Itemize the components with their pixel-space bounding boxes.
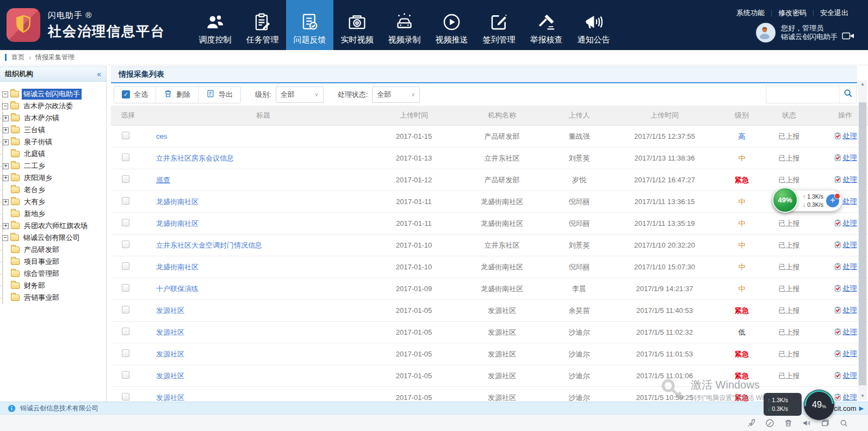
search-input[interactable] <box>766 85 839 103</box>
sidebar-collapse-icon[interactable]: « <box>97 70 101 78</box>
row-checkbox[interactable] <box>122 349 129 357</box>
breadcrumb-home[interactable]: 首页 <box>11 53 24 62</box>
search-icon[interactable] <box>839 418 848 428</box>
row-title-link[interactable]: 发源社区 <box>156 306 184 315</box>
tree-toggle-plus-icon[interactable]: + <box>3 175 9 181</box>
row-checkbox[interactable] <box>122 393 129 401</box>
row-action-link[interactable]: 处理 <box>834 175 857 184</box>
nav-item-举报核查[interactable]: 举报核查 <box>523 0 570 50</box>
row-action-link[interactable]: 处理 <box>834 131 857 141</box>
tree-toggle-plus-icon[interactable]: + <box>3 127 9 133</box>
row-checkbox[interactable] <box>122 328 129 335</box>
row-checkbox[interactable] <box>122 241 129 248</box>
row-checkbox[interactable] <box>122 153 129 161</box>
system-link-安全退出[interactable]: 安全退出 <box>814 8 855 18</box>
nav-item-问题反馈[interactable]: 问题反馈 <box>286 0 333 50</box>
scroll-up-icon[interactable]: ▲ <box>858 81 867 88</box>
row-checkbox[interactable] <box>122 306 129 313</box>
scrollbar-thumb[interactable] <box>859 102 866 385</box>
row-title-link[interactable]: 立井东社区房东会议信息 <box>156 154 234 162</box>
nav-item-任务管理[interactable]: 任务管理 <box>239 0 286 50</box>
tree-item-锦诚云创有限公司[interactable]: −锦诚云创有限公司 <box>3 232 105 244</box>
speed-percent-ball[interactable]: 49% <box>772 187 798 213</box>
row-action-link[interactable]: 处理 <box>834 392 857 402</box>
row-checkbox[interactable] <box>122 219 129 226</box>
row-checkbox[interactable] <box>122 371 129 379</box>
progress-ball[interactable]: 49 % <box>804 390 834 420</box>
row-action-link[interactable]: 处理 <box>834 153 857 163</box>
row-action-link[interactable]: 处理 <box>834 349 857 359</box>
speaker-icon[interactable] <box>802 418 811 428</box>
row-action-link[interactable]: 处理 <box>834 371 857 380</box>
tree-toggle-plus-icon[interactable]: + <box>3 115 9 121</box>
tree-item-泉子街镇[interactable]: +泉子街镇 <box>3 136 105 148</box>
row-title-link[interactable]: 龙盛街南社区 <box>156 219 199 227</box>
row-title-link[interactable]: 发源社区 <box>156 372 184 380</box>
nav-item-通知公告[interactable]: 通知公告 <box>570 0 617 50</box>
row-action-link[interactable]: 处理 <box>834 218 857 228</box>
search-button[interactable] <box>839 85 856 103</box>
nav-item-视频推送[interactable]: 视频推送 <box>428 0 475 50</box>
tree-toggle-minus-icon[interactable]: − <box>2 235 8 241</box>
row-checkbox[interactable] <box>122 262 129 270</box>
level-filter-select[interactable]: 全部 ∨ <box>276 87 324 103</box>
row-title-link[interactable]: 立井东社区大金空调封门情况信息 <box>156 241 262 249</box>
tree-toggle-plus-icon[interactable]: + <box>3 163 9 169</box>
tree-toggle-minus-icon[interactable]: − <box>2 91 8 97</box>
row-checkbox[interactable] <box>122 284 129 292</box>
row-checkbox[interactable] <box>122 175 129 183</box>
scroll-down-icon[interactable]: ▼ <box>858 392 867 400</box>
tree-toggle-plus-icon[interactable]: + <box>3 139 9 145</box>
tree-item-庆阳湖乡[interactable]: +庆阳湖乡 <box>3 172 105 184</box>
avatar[interactable] <box>756 23 776 42</box>
vertical-scrollbar[interactable]: ▲ ▼ <box>858 81 867 400</box>
row-action-link[interactable]: 处理 <box>834 327 857 337</box>
tree-item-吉木萨尔镇[interactable]: +吉木萨尔镇 <box>3 112 105 124</box>
nav-item-签到管理[interactable]: 签到管理 <box>475 0 523 50</box>
system-link-修改密码[interactable]: 修改密码 <box>772 8 813 18</box>
tree-toggle-plus-icon[interactable]: + <box>3 223 9 229</box>
row-title-link[interactable]: 龙盛街南社区 <box>156 263 199 271</box>
tree-item-三台镇[interactable]: +三台镇 <box>3 124 105 136</box>
row-title-link[interactable]: 发源社区 <box>156 328 184 336</box>
row-title-link[interactable]: 巡查 <box>156 176 170 184</box>
row-checkbox[interactable] <box>122 132 129 139</box>
site-link[interactable]: cit.com ▶ <box>834 404 864 412</box>
tree-item-财务部[interactable]: 财务部 <box>3 280 105 292</box>
tree-toggle-minus-icon[interactable]: − <box>2 103 8 109</box>
row-title-link[interactable]: 十户联保演练 <box>156 285 199 293</box>
tree-item-项目事业部[interactable]: 项目事业部 <box>3 256 105 268</box>
pen-circle-icon[interactable] <box>765 418 774 428</box>
row-action-link[interactable]: 处理 <box>834 305 857 315</box>
tree-item-营销事业部[interactable]: 营销事业部 <box>3 292 105 304</box>
status-filter-select[interactable]: 全部 ∨ <box>372 87 420 103</box>
row-action-link[interactable]: 处理 <box>834 284 857 293</box>
add-button[interactable]: + <box>826 194 839 207</box>
tree-item-大有乡[interactable]: +大有乡 <box>3 196 105 208</box>
tree-item-吉木萨尔政法委[interactable]: −吉木萨尔政法委 <box>3 100 105 112</box>
nav-item-实时视频[interactable]: 实时视频 <box>333 0 381 50</box>
tree-item-兵团农六师红旗农场[interactable]: +兵团农六师红旗农场 <box>3 220 105 232</box>
nav-item-调度控制[interactable]: 调度控制 <box>191 0 239 50</box>
row-action-link[interactable]: 处理 <box>834 262 857 272</box>
tree-item-二工乡[interactable]: +二工乡 <box>3 160 105 172</box>
select-all-button[interactable]: ✓ 全选 <box>114 87 156 103</box>
video-camera-icon[interactable] <box>842 32 855 42</box>
export-button[interactable]: 导出 <box>198 87 240 103</box>
trash-icon[interactable] <box>784 418 793 428</box>
row-title-link[interactable]: 龙盛街南社区 <box>156 198 199 206</box>
row-checkbox[interactable] <box>122 197 129 205</box>
tree-item-老台乡[interactable]: 老台乡 <box>3 184 105 196</box>
row-action-link[interactable]: 处理 <box>834 240 857 250</box>
delete-button[interactable]: 删除 <box>156 87 198 103</box>
system-link-系统功能[interactable]: 系统功能 <box>730 8 771 18</box>
tree-item-产品研发部[interactable]: 产品研发部 <box>3 244 105 256</box>
tree-item-新地乡[interactable]: 新地乡 <box>3 208 105 220</box>
rocket-icon[interactable] <box>747 418 756 428</box>
speed-monitor-widget[interactable]: 49% ↑ 1.3K/s ↓ 0.3K/s + <box>773 190 842 211</box>
tree-toggle-plus-icon[interactable]: + <box>3 199 9 205</box>
tree-item-综合管理部[interactable]: 综合管理部 <box>3 268 105 280</box>
row-title-link[interactable]: 发源社区 <box>156 393 184 402</box>
tree-item-北庭镇[interactable]: 北庭镇 <box>3 148 105 160</box>
nav-item-视频录制[interactable]: 视频录制 <box>381 0 428 50</box>
